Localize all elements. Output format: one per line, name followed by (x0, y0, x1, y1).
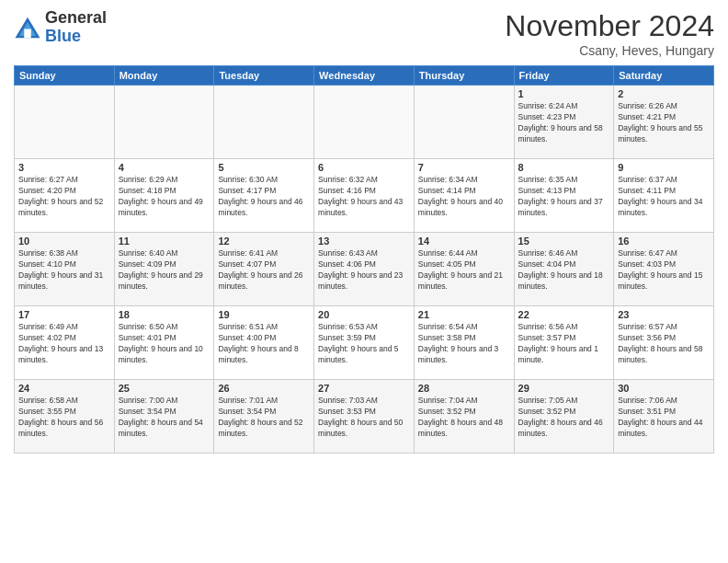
svg-rect-2 (24, 29, 31, 38)
day-info: Sunrise: 6:41 AM Sunset: 4:07 PM Dayligh… (218, 248, 310, 293)
day-number: 24 (18, 383, 110, 394)
calendar-cell: 23Sunrise: 6:57 AM Sunset: 3:56 PM Dayli… (614, 306, 714, 380)
calendar-cell: 30Sunrise: 7:06 AM Sunset: 3:51 PM Dayli… (614, 380, 714, 454)
calendar-week-1: 3Sunrise: 6:27 AM Sunset: 4:20 PM Daylig… (15, 159, 714, 233)
calendar-cell: 17Sunrise: 6:49 AM Sunset: 4:02 PM Dayli… (15, 306, 115, 380)
calendar-cell (314, 86, 415, 159)
day-number: 19 (218, 309, 310, 320)
calendar-cell: 12Sunrise: 6:41 AM Sunset: 4:07 PM Dayli… (214, 233, 314, 306)
day-number: 10 (18, 236, 110, 247)
header-friday: Friday (514, 66, 614, 86)
header-tuesday: Tuesday (214, 66, 314, 86)
day-number: 7 (418, 162, 510, 173)
logo-general: General (45, 8, 107, 27)
day-number: 12 (218, 236, 310, 247)
day-info: Sunrise: 6:34 AM Sunset: 4:14 PM Dayligh… (418, 175, 510, 219)
calendar: Sunday Monday Tuesday Wednesday Thursday… (14, 65, 714, 454)
calendar-cell: 27Sunrise: 7:03 AM Sunset: 3:53 PM Dayli… (314, 380, 415, 454)
day-info: Sunrise: 7:00 AM Sunset: 3:54 PM Dayligh… (119, 396, 210, 440)
logo-text: General Blue (45, 9, 107, 46)
month-title: November 2024 (505, 9, 714, 43)
day-number: 30 (618, 383, 710, 394)
day-info: Sunrise: 6:46 AM Sunset: 4:04 PM Dayligh… (518, 248, 610, 293)
day-info: Sunrise: 6:51 AM Sunset: 4:00 PM Dayligh… (218, 322, 310, 366)
calendar-cell: 3Sunrise: 6:27 AM Sunset: 4:20 PM Daylig… (15, 159, 115, 233)
day-info: Sunrise: 6:58 AM Sunset: 3:55 PM Dayligh… (18, 396, 110, 440)
header-saturday: Saturday (614, 66, 714, 86)
calendar-week-0: 1Sunrise: 6:24 AM Sunset: 4:23 PM Daylig… (15, 86, 714, 159)
day-number: 11 (119, 236, 210, 247)
day-info: Sunrise: 6:47 AM Sunset: 4:03 PM Dayligh… (618, 248, 710, 293)
day-number: 22 (518, 309, 610, 320)
header-monday: Monday (114, 66, 214, 86)
calendar-cell (114, 86, 214, 159)
title-area: November 2024 Csany, Heves, Hungary (505, 9, 714, 58)
calendar-cell: 18Sunrise: 6:50 AM Sunset: 4:01 PM Dayli… (114, 306, 214, 380)
calendar-cell: 22Sunrise: 6:56 AM Sunset: 3:57 PM Dayli… (514, 306, 614, 380)
calendar-cell: 4Sunrise: 6:29 AM Sunset: 4:18 PM Daylig… (114, 159, 214, 233)
day-info: Sunrise: 7:06 AM Sunset: 3:51 PM Dayligh… (618, 396, 710, 440)
day-number: 5 (218, 162, 310, 173)
calendar-cell: 2Sunrise: 6:26 AM Sunset: 4:21 PM Daylig… (614, 86, 714, 159)
calendar-cell: 20Sunrise: 6:53 AM Sunset: 3:59 PM Dayli… (314, 306, 415, 380)
logo: General Blue (14, 9, 107, 46)
day-info: Sunrise: 6:27 AM Sunset: 4:20 PM Dayligh… (18, 175, 110, 219)
calendar-cell: 10Sunrise: 6:38 AM Sunset: 4:10 PM Dayli… (15, 233, 115, 306)
day-info: Sunrise: 6:30 AM Sunset: 4:17 PM Dayligh… (218, 175, 310, 219)
header-thursday: Thursday (414, 66, 514, 86)
calendar-cell: 1Sunrise: 6:24 AM Sunset: 4:23 PM Daylig… (514, 86, 614, 159)
calendar-cell: 8Sunrise: 6:35 AM Sunset: 4:13 PM Daylig… (514, 159, 614, 233)
day-number: 27 (318, 383, 410, 394)
day-number: 2 (618, 88, 710, 99)
calendar-week-2: 10Sunrise: 6:38 AM Sunset: 4:10 PM Dayli… (15, 233, 714, 306)
day-number: 18 (119, 309, 210, 320)
day-info: Sunrise: 6:29 AM Sunset: 4:18 PM Dayligh… (119, 175, 210, 219)
calendar-cell (414, 86, 514, 159)
day-number: 17 (18, 309, 110, 320)
day-info: Sunrise: 6:56 AM Sunset: 3:57 PM Dayligh… (518, 322, 610, 366)
calendar-cell: 6Sunrise: 6:32 AM Sunset: 4:16 PM Daylig… (314, 159, 415, 233)
calendar-cell: 24Sunrise: 6:58 AM Sunset: 3:55 PM Dayli… (15, 380, 115, 454)
calendar-cell: 21Sunrise: 6:54 AM Sunset: 3:58 PM Dayli… (414, 306, 514, 380)
calendar-cell: 5Sunrise: 6:30 AM Sunset: 4:17 PM Daylig… (214, 159, 314, 233)
day-info: Sunrise: 7:03 AM Sunset: 3:53 PM Dayligh… (318, 396, 410, 440)
calendar-cell: 28Sunrise: 7:04 AM Sunset: 3:52 PM Dayli… (414, 380, 514, 454)
calendar-cell: 16Sunrise: 6:47 AM Sunset: 4:03 PM Dayli… (614, 233, 714, 306)
day-number: 21 (418, 309, 510, 320)
logo-blue: Blue (45, 27, 81, 45)
day-info: Sunrise: 7:01 AM Sunset: 3:54 PM Dayligh… (218, 396, 310, 440)
calendar-cell (15, 86, 115, 159)
day-number: 26 (218, 383, 310, 394)
day-number: 23 (618, 309, 710, 320)
calendar-cell: 15Sunrise: 6:46 AM Sunset: 4:04 PM Dayli… (514, 233, 614, 306)
calendar-week-4: 24Sunrise: 6:58 AM Sunset: 3:55 PM Dayli… (15, 380, 714, 454)
day-info: Sunrise: 6:37 AM Sunset: 4:11 PM Dayligh… (618, 175, 710, 219)
day-info: Sunrise: 6:26 AM Sunset: 4:21 PM Dayligh… (618, 101, 710, 145)
day-number: 8 (518, 162, 610, 173)
day-info: Sunrise: 6:40 AM Sunset: 4:09 PM Dayligh… (119, 248, 210, 293)
calendar-cell: 7Sunrise: 6:34 AM Sunset: 4:14 PM Daylig… (414, 159, 514, 233)
day-number: 3 (18, 162, 110, 173)
calendar-cell: 29Sunrise: 7:05 AM Sunset: 3:52 PM Dayli… (514, 380, 614, 454)
calendar-cell: 19Sunrise: 6:51 AM Sunset: 4:00 PM Dayli… (214, 306, 314, 380)
day-info: Sunrise: 6:44 AM Sunset: 4:05 PM Dayligh… (418, 248, 510, 293)
day-info: Sunrise: 6:57 AM Sunset: 3:56 PM Dayligh… (618, 322, 710, 366)
calendar-cell: 11Sunrise: 6:40 AM Sunset: 4:09 PM Dayli… (114, 233, 214, 306)
day-info: Sunrise: 6:53 AM Sunset: 3:59 PM Dayligh… (318, 322, 410, 366)
day-info: Sunrise: 7:04 AM Sunset: 3:52 PM Dayligh… (418, 396, 510, 440)
day-number: 28 (418, 383, 510, 394)
day-number: 4 (119, 162, 210, 173)
calendar-week-3: 17Sunrise: 6:49 AM Sunset: 4:02 PM Dayli… (15, 306, 714, 380)
calendar-cell (214, 86, 314, 159)
day-info: Sunrise: 6:49 AM Sunset: 4:02 PM Dayligh… (18, 322, 110, 366)
day-info: Sunrise: 6:54 AM Sunset: 3:58 PM Dayligh… (418, 322, 510, 366)
day-info: Sunrise: 6:43 AM Sunset: 4:06 PM Dayligh… (318, 248, 410, 293)
day-info: Sunrise: 6:50 AM Sunset: 4:01 PM Dayligh… (119, 322, 210, 366)
day-info: Sunrise: 6:35 AM Sunset: 4:13 PM Dayligh… (518, 175, 610, 219)
calendar-cell: 13Sunrise: 6:43 AM Sunset: 4:06 PM Dayli… (314, 233, 415, 306)
day-number: 20 (318, 309, 410, 320)
day-number: 16 (618, 236, 710, 247)
day-number: 14 (418, 236, 510, 247)
day-number: 25 (119, 383, 210, 394)
page: General Blue November 2024 Csany, Heves,… (0, 0, 728, 563)
